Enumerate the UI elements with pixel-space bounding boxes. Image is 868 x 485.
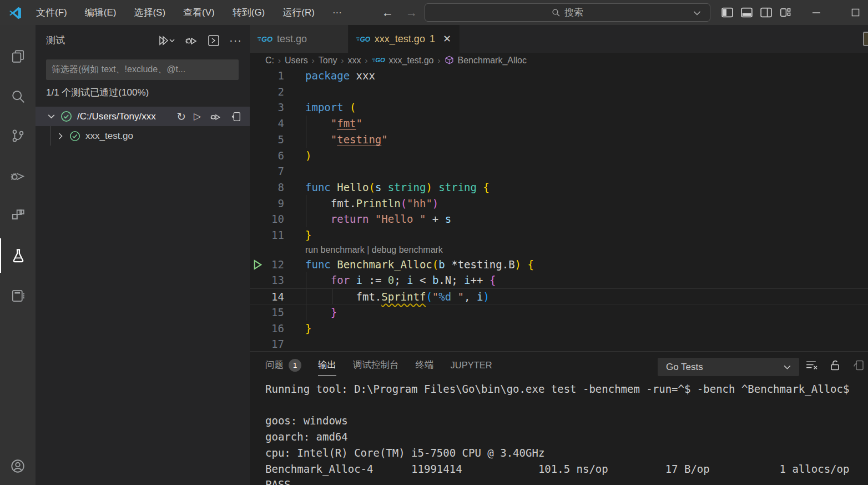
more-actions-icon[interactable]: ···	[229, 34, 242, 47]
sidebar-header: 测试 ···	[36, 25, 250, 56]
menu-file[interactable]: 文件(F)	[29, 4, 74, 21]
code-line: 8func Hello(s string) string {	[250, 179, 868, 196]
run-test-icon[interactable]: ▷	[194, 111, 201, 122]
code-text: "testing"	[305, 132, 388, 148]
run-benchmark-link[interactable]: run benchmark	[305, 245, 365, 254]
code-editor[interactable]: 1package xxx23import (4 "fmt"5 "testing"…	[250, 25, 868, 351]
run-and-debug-icon[interactable]	[0, 158, 36, 193]
code-line: 3import (	[250, 99, 868, 116]
code-text: import (	[305, 99, 356, 116]
command-center-search[interactable]: 搜索	[425, 3, 710, 22]
output-channel-select[interactable]: Go Tests	[658, 358, 799, 376]
line-number: 1	[250, 68, 284, 84]
clear-output-icon[interactable]	[805, 358, 819, 372]
account-icon[interactable]	[0, 449, 36, 483]
code-text: func Benchmark_Alloc(b *testing.B) {	[305, 257, 534, 273]
debug-tests-icon[interactable]	[184, 34, 198, 47]
menu-view[interactable]: 查看(V)	[176, 4, 222, 21]
menu-select[interactable]: 选择(S)	[127, 4, 173, 21]
debug-test-icon[interactable]	[209, 111, 222, 123]
panel-actions	[805, 352, 865, 378]
test-tree-root-row[interactable]: /C:/Users/Tony/xxx ↻ ▷	[36, 107, 250, 126]
show-output-icon[interactable]	[207, 34, 220, 47]
panel-tab-terminal[interactable]: 终端	[416, 352, 434, 378]
test-passed-icon	[60, 111, 72, 122]
code-text: }	[305, 227, 311, 243]
code-text: "fmt"	[305, 116, 362, 132]
code-line: 2	[250, 84, 868, 100]
panel-tab-label: 问题	[265, 359, 284, 371]
test-tree-file-row[interactable]: xxx_test.go	[36, 126, 250, 146]
code-text: for i := 0; i < b.N; i++ {	[305, 272, 496, 288]
line-number: 15	[250, 304, 284, 321]
code-line: 12func Benchmark_Alloc(b *testing.B) {	[250, 257, 868, 273]
source-control-icon[interactable]	[0, 118, 36, 153]
filter-placeholder: 筛选器(例如 text、!exclude、@t...	[52, 64, 185, 76]
bottom-panel: 问题 1 输出 调试控制台 终端 JUPYTER Go Tests	[250, 351, 868, 485]
test-filter-input[interactable]: 筛选器(例如 text、!exclude、@t...	[46, 59, 239, 80]
code-text: fmt.Println("hh")	[305, 196, 438, 212]
refresh-tests-icon[interactable]: ↻	[176, 110, 186, 123]
back-arrow-icon[interactable]: ←	[382, 6, 393, 19]
output-content[interactable]: Running tool: D:\Program Files\Go\bin\go…	[265, 381, 865, 485]
activity-bar	[0, 25, 36, 485]
test-passed-icon	[69, 131, 80, 142]
debug-benchmark-link[interactable]: debug benchmark	[372, 245, 443, 254]
panel-tab-label: 调试控制台	[353, 359, 399, 371]
chevron-right-icon[interactable]	[56, 132, 65, 141]
panel-tab-debug-console[interactable]: 调试控制台	[353, 352, 399, 378]
line-number: 5	[250, 132, 284, 148]
forward-arrow-icon[interactable]: →	[406, 6, 417, 19]
menu-bar: 文件(F) 编辑(E) 选择(S) 查看(V) 转到(G) 运行(R) ···	[29, 4, 349, 21]
run-test-gutter-icon[interactable]	[253, 259, 263, 270]
line-number: 10	[250, 211, 284, 227]
code-line: 5 "testing"	[250, 132, 868, 148]
minimize-button[interactable]	[804, 0, 829, 25]
layout-controls	[720, 0, 791, 25]
menu-run[interactable]: 运行(R)	[275, 4, 322, 21]
panel-tab-jupyter[interactable]: JUPYTER	[451, 352, 492, 378]
maximize-button[interactable]	[842, 0, 868, 25]
test-status-text: 1/1 个测试已通过(100%)	[46, 86, 149, 99]
menu-goto[interactable]: 转到(G)	[225, 4, 272, 21]
test-root-label: /C:/Users/Tony/xxx	[77, 111, 156, 122]
code-line: 14 fmt.Sprintf("%d ", i)	[250, 288, 868, 304]
code-line: 7	[250, 163, 868, 179]
panel-tab-problems[interactable]: 问题 1	[265, 352, 301, 378]
sidebar-actions: ···	[158, 25, 242, 56]
testing-icon[interactable]	[0, 238, 36, 273]
code-line: 11}	[250, 227, 868, 243]
line-number: 14	[250, 289, 284, 305]
panel-tab-label: 输出	[318, 359, 336, 371]
line-number: 8	[250, 179, 284, 196]
code-text: package xxx	[305, 68, 375, 84]
search-sidebar-icon[interactable]	[0, 79, 36, 113]
run-all-tests-icon[interactable]	[158, 34, 175, 47]
chevron-down-icon[interactable]	[692, 8, 702, 18]
codelens-separator: |	[365, 245, 372, 254]
code-line: 16}	[250, 321, 868, 337]
line-number: 16	[250, 321, 284, 337]
panel-tab-output[interactable]: 输出	[318, 352, 336, 378]
explorer-icon[interactable]	[0, 39, 36, 73]
toggle-sidebar-icon[interactable]	[720, 6, 734, 19]
panel-tab-bar: 问题 1 输出 调试控制台 终端 JUPYTER	[265, 352, 492, 378]
extensions-icon[interactable]	[0, 198, 36, 233]
codelens: run benchmark | debug benchmark	[305, 243, 805, 257]
toggle-panel-icon[interactable]	[740, 6, 754, 19]
code-line: 9 fmt.Println("hh")	[250, 196, 868, 212]
menu-edit[interactable]: 编辑(E)	[78, 4, 124, 21]
customize-layout-icon[interactable]	[779, 6, 791, 19]
output-channel-value: Go Tests	[666, 362, 703, 373]
chevron-down-icon[interactable]	[47, 112, 56, 121]
unlock-icon[interactable]	[829, 358, 842, 372]
menu-overflow[interactable]: ···	[325, 5, 349, 21]
line-number: 11	[250, 227, 284, 243]
open-output-in-editor-icon[interactable]	[852, 358, 865, 372]
code-line: 17	[250, 336, 868, 351]
line-number: 4	[250, 116, 284, 132]
notebook-icon[interactable]	[0, 278, 36, 313]
go-to-test-file-icon[interactable]	[230, 111, 242, 123]
code-text: }	[305, 321, 311, 337]
toggle-secondary-sidebar-icon[interactable]	[759, 6, 773, 19]
